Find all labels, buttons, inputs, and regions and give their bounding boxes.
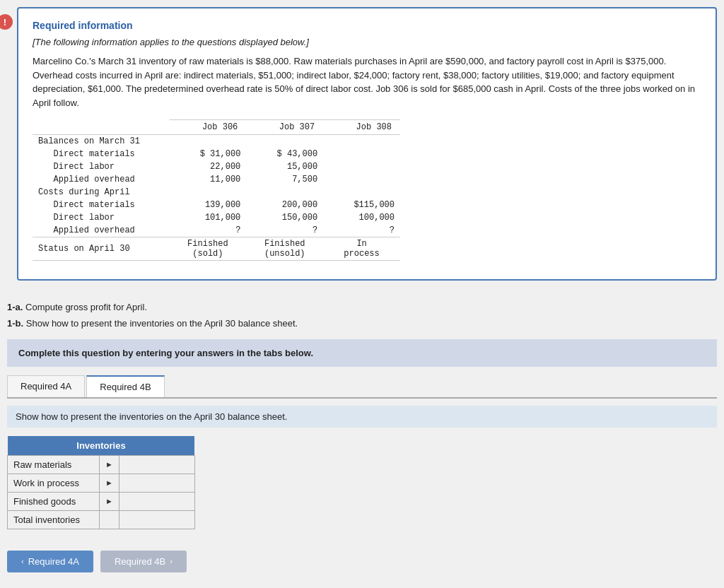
total-inventories-value-cell[interactable]: [119, 510, 194, 529]
total-inventories-input[interactable]: [125, 514, 189, 525]
tab-subtitle: Show how to present the inventories on t…: [7, 406, 717, 428]
raw-materials-label: Raw materials: [8, 455, 100, 474]
b-dm-307: $ 43,000: [246, 148, 323, 160]
job307-header: Job 307: [246, 120, 323, 135]
c-ao-308: ?: [323, 224, 400, 237]
tab-required-4b[interactable]: Required 4B: [86, 375, 164, 397]
raw-materials-input[interactable]: [125, 459, 189, 470]
b-ao-307: 7,500: [246, 173, 323, 186]
b-dl-306: 22,000: [170, 160, 247, 173]
next-button[interactable]: Required 4B ›: [100, 551, 187, 572]
b-ao-308: [323, 173, 400, 186]
table-row: Work in process ►: [8, 474, 195, 492]
c-dl-306: 101,000: [170, 211, 247, 224]
b-dm-306: $ 31,000: [170, 148, 247, 160]
work-in-process-label: Work in process: [8, 474, 100, 492]
alert-icon: !: [0, 14, 13, 30]
info-subtitle: [The following information applies to th…: [33, 37, 701, 47]
q1a-text: Compute gross profit for April.: [25, 302, 147, 312]
status-307: Finished(unsold): [246, 237, 323, 261]
prev-button[interactable]: ‹ Required 4A: [7, 551, 93, 572]
raw-materials-value-cell[interactable]: [119, 455, 194, 474]
table-row: Finished goods ►: [8, 492, 195, 510]
tab-required-4a[interactable]: Required 4A: [7, 375, 85, 397]
table-row: Total inventories: [8, 510, 195, 529]
work-in-process-value-cell[interactable]: [119, 474, 194, 492]
next-button-label: Required 4B: [115, 556, 165, 567]
c-applied-overhead-label: Applied overhead: [33, 224, 170, 237]
c-direct-materials-label: Direct materials: [33, 199, 170, 211]
tab-4a-label: Required 4A: [21, 381, 71, 392]
total-inventories-label: Total inventories: [8, 510, 100, 529]
q1b-text: Show how to present the inventories on t…: [26, 318, 298, 329]
job-table: Job 306 Job 307 Job 308 Balances on Marc…: [33, 119, 400, 261]
job306-header: Job 306: [170, 120, 247, 135]
finished-goods-value-cell[interactable]: [119, 492, 194, 510]
inventories-header: Inventories: [8, 436, 195, 456]
b-direct-labor-label: Direct labor: [33, 160, 170, 173]
complete-instruction: Complete this question by entering your …: [7, 339, 717, 367]
b-dl-308: [323, 160, 400, 173]
table-row: Raw materials ►: [8, 455, 195, 474]
balances-header: Balances on March 31: [33, 135, 170, 148]
costs-header: Costs during April: [33, 186, 170, 199]
nav-buttons: ‹ Required 4A Required 4B ›: [7, 551, 717, 580]
status-label: Status on April 30: [33, 237, 170, 261]
questions-section: 1-a. Compute gross profit for April. 1-b…: [7, 292, 717, 339]
b-applied-overhead-label: Applied overhead: [33, 173, 170, 186]
inventories-table: Inventories Raw materials ► Work in proc…: [7, 436, 195, 529]
c-ao-306: ?: [170, 224, 247, 237]
b-direct-materials-label: Direct materials: [33, 148, 170, 160]
finished-goods-arrow: ►: [100, 492, 119, 510]
tab-4b-label: Required 4B: [100, 382, 151, 392]
c-dl-308: 100,000: [323, 211, 400, 224]
tabs-container: Required 4A Required 4B: [7, 375, 717, 399]
b-dl-307: 15,000: [246, 160, 323, 173]
status-306: Finished(sold): [170, 237, 247, 261]
finished-goods-input[interactable]: [125, 496, 189, 507]
job308-header: Job 308: [323, 120, 400, 135]
tab-content-4b: Show how to present the inventories on t…: [7, 399, 717, 536]
c-dm-307: 200,000: [246, 199, 323, 211]
raw-materials-arrow: ►: [100, 455, 119, 474]
info-title: Required information: [33, 20, 701, 31]
work-in-process-input[interactable]: [125, 478, 189, 488]
c-dm-308: $115,000: [323, 199, 400, 211]
work-in-process-arrow: ►: [100, 474, 119, 492]
c-dm-306: 139,000: [170, 199, 247, 211]
q1b-label: 1-b.: [7, 318, 23, 329]
prev-button-label: Required 4A: [28, 556, 79, 567]
b-ao-306: 11,000: [170, 173, 247, 186]
status-308: Inprocess: [323, 237, 400, 261]
q1a-label: 1-a.: [7, 302, 23, 312]
info-body: Marcelino Co.'s March 31 inventory of ra…: [33, 54, 701, 110]
c-dl-307: 150,000: [246, 211, 323, 224]
prev-arrow: ‹: [21, 557, 24, 565]
c-direct-labor-label: Direct labor: [33, 211, 170, 224]
b-dm-308: [323, 148, 400, 160]
c-ao-307: ?: [246, 224, 323, 237]
next-arrow: ›: [170, 557, 173, 565]
total-inventories-arrow: [100, 510, 119, 529]
finished-goods-label: Finished goods: [8, 492, 100, 510]
info-box: Required information [The following info…: [17, 7, 717, 281]
